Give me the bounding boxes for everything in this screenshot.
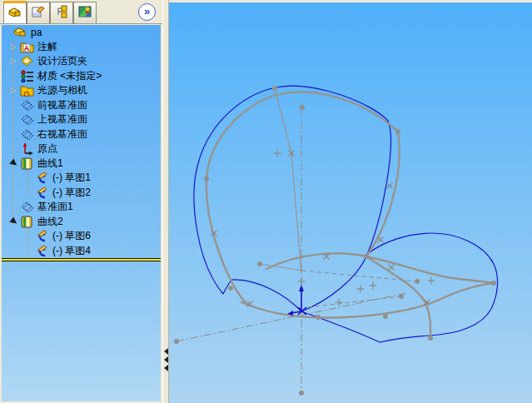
slant-centerline [177,293,406,341]
spline-control-dot[interactable] [300,105,305,110]
tree-item[interactable]: (-) 草图2 [2,186,161,201]
tree-item[interactable]: (-) 草图1 [2,171,161,186]
tree-item-label: 右视基准面 [37,127,87,142]
plane-icon [20,99,34,112]
propertymanager-tab[interactable] [27,2,50,23]
tree-guide-line [27,168,28,196]
lights-icon [20,84,34,97]
dimxpert-tab[interactable] [73,2,97,23]
configuration-icon [54,5,69,21]
spline-control-dot[interactable] [228,286,233,291]
expand-expanded-icon[interactable] [9,159,18,168]
sketch-canvas [169,2,532,403]
tree-item-label: 曲线2 [37,215,63,229]
tree-item[interactable]: (-) 草图6 [2,229,161,244]
panel-expand-chevron-button[interactable]: » [138,3,156,21]
tree-item[interactable]: 前视基准面 [2,98,161,113]
splitter-collapse-arrow-icon[interactable] [164,356,168,363]
sketch-icon [35,245,49,257]
tree-item[interactable]: 上视基准面 [2,112,161,127]
tree-item[interactable]: 原点 [2,142,161,157]
panel-tab-bar: » [0,0,162,24]
tree-item[interactable]: ▷设计活页夹 [2,54,161,69]
spline-point-x-marker[interactable] [387,183,393,189]
sketch-icon [35,172,49,184]
construction-plus-marker [298,278,306,286]
tree-item-label: 注解 [37,40,57,54]
spline-control-dot[interactable] [174,339,179,344]
spline-control-dot[interactable] [383,314,388,319]
tree-item-label: (-) 草图2 [52,186,91,200]
tree-item[interactable]: pa [2,25,161,40]
plane-icon [20,201,34,213]
heel-curve-gray [366,256,430,338]
tree-item-label: 材质 <未指定> [37,69,102,83]
tree-item-label: 光源与相机 [37,83,87,97]
tree-item[interactable]: ▷A注解 [2,40,161,55]
configurationmanager-tab[interactable] [50,2,73,23]
part-icon [13,26,27,38]
construction-plus-marker [428,277,435,285]
construction-plus-marker [336,299,343,306]
tree-item[interactable]: 曲线1 [2,157,161,172]
tree-guide-line [12,40,13,223]
tree-item[interactable]: 基准面1 [2,200,161,215]
graphics-viewport[interactable] [169,2,532,403]
tree-item[interactable]: (-) 草图4 [2,244,161,259]
spline-control-dot[interactable] [395,129,400,134]
tree-item-label: 原点 [37,142,57,156]
tree-item-label: pa [31,27,42,38]
tree-item-label: 前视基准面 [37,98,87,112]
spline-point-x-marker[interactable] [389,265,395,271]
construction-plus-marker [357,286,365,293]
binder-icon [20,55,34,67]
spline-control-dot[interactable] [316,315,321,320]
sketch-icon [35,230,49,242]
tree-guide-line [27,226,28,254]
origin-icon [20,142,34,155]
feature-manager-panel: » pa▷A注解▷设计活页夹材质 <未指定>▷光源与相机前视基准面上视基准面右视… [0,0,162,403]
spline-control-dot[interactable] [299,391,304,396]
sole-outline-blue [231,233,498,342]
sketch-icon [35,187,49,199]
spline-control-dot[interactable] [399,294,404,299]
annotations-icon: A [20,41,34,53]
material-icon [20,70,34,82]
tree-item[interactable]: 曲线2 [2,215,161,230]
picture-icon [77,5,92,21]
property-icon [31,5,46,21]
tree-item[interactable]: 右视基准面 [2,127,161,142]
tree-item[interactable]: ▷光源与相机 [2,83,161,98]
featuremanager-tab[interactable] [3,1,27,23]
splitter-collapse-arrow-icon[interactable] [164,365,168,371]
spline-control-dot[interactable] [415,279,420,284]
spline-control-dot[interactable] [272,86,277,91]
rollback-bar[interactable] [2,258,161,261]
tree-item-label: 曲线1 [37,157,63,171]
control-polyline [275,88,301,273]
dashed-construction-1 [302,271,417,281]
tree-item-label: 基准面1 [37,200,73,214]
tree-item-label: (-) 草图6 [52,229,91,243]
panel-splitter[interactable] [162,0,169,403]
splitter-collapse-arrow-icon[interactable] [164,348,168,355]
svg-text:A: A [24,44,30,52]
expand-expanded-icon[interactable] [9,217,18,226]
feature-tree: pa▷A注解▷设计活页夹材质 <未指定>▷光源与相机前视基准面上视基准面右视基准… [2,25,161,401]
spline-control-dot[interactable] [428,336,433,341]
tree-item-label: 设计活页夹 [37,54,87,68]
tree-item-label: 上视基准面 [37,112,87,127]
tree-item[interactable]: 材质 <未指定> [2,69,161,84]
spline-point-x-marker[interactable] [378,237,384,243]
spline-control-dot[interactable] [204,177,209,182]
spline-control-dot[interactable] [364,254,369,259]
spline-control-dot[interactable] [491,281,496,286]
construction-plus-marker [370,282,377,290]
tree-item-label: (-) 草图1 [52,171,91,185]
tree-item-label: (-) 草图4 [52,244,91,258]
construction-plus-marker [274,150,281,157]
part-icon [7,6,22,22]
spline-control-dot[interactable] [257,261,262,266]
plane-icon [20,128,34,141]
plane-icon [20,113,34,126]
